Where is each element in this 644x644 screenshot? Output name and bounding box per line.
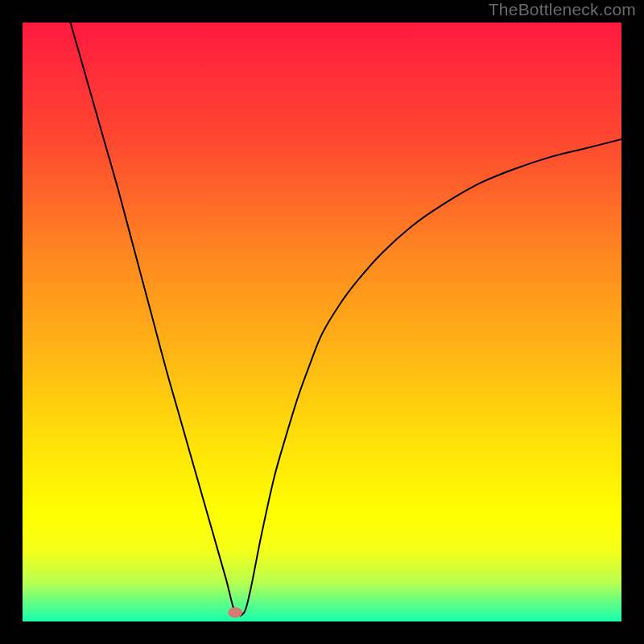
watermark-label: TheBottleneck.com	[489, 0, 636, 19]
bottleneck-chart	[0, 0, 644, 644]
plot-background-gradient	[23, 23, 621, 621]
chart-frame: TheBottleneck.com	[0, 0, 644, 644]
minimum-marker	[228, 607, 242, 617]
